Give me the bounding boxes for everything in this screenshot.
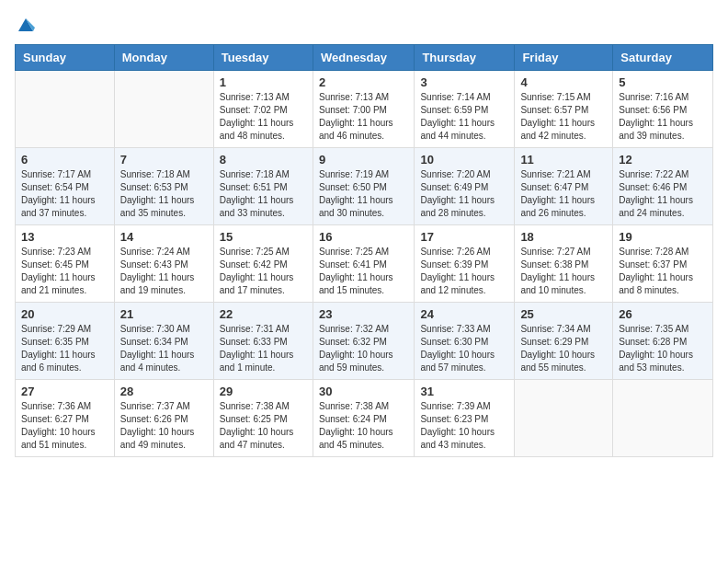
calendar-week-row: 13Sunrise: 7:23 AM Sunset: 6:45 PM Dayli… xyxy=(16,225,713,303)
cell-info: Sunrise: 7:14 AM Sunset: 6:59 PM Dayligh… xyxy=(420,91,508,143)
day-number: 13 xyxy=(21,230,108,244)
calendar-cell xyxy=(515,380,613,457)
cell-info: Sunrise: 7:24 AM Sunset: 6:43 PM Dayligh… xyxy=(120,246,208,297)
cell-info: Sunrise: 7:16 AM Sunset: 6:56 PM Dayligh… xyxy=(619,91,707,143)
cell-info: Sunrise: 7:21 AM Sunset: 6:47 PM Dayligh… xyxy=(520,168,607,220)
cell-info: Sunrise: 7:29 AM Sunset: 6:35 PM Dayligh… xyxy=(21,323,108,374)
calendar-table: SundayMondayTuesdayWednesdayThursdayFrid… xyxy=(15,44,713,457)
day-number: 22 xyxy=(220,307,307,321)
day-header-monday: Monday xyxy=(114,45,213,71)
cell-info: Sunrise: 7:13 AM Sunset: 7:02 PM Dayligh… xyxy=(220,91,307,143)
calendar-cell: 1Sunrise: 7:13 AM Sunset: 7:02 PM Daylig… xyxy=(213,71,313,148)
cell-info: Sunrise: 7:31 AM Sunset: 6:33 PM Dayligh… xyxy=(220,323,307,374)
day-number: 2 xyxy=(319,75,408,89)
cell-info: Sunrise: 7:25 AM Sunset: 6:42 PM Dayligh… xyxy=(220,246,307,297)
day-number: 29 xyxy=(220,385,307,398)
calendar-cell: 18Sunrise: 7:27 AM Sunset: 6:38 PM Dayli… xyxy=(515,225,613,303)
day-number: 21 xyxy=(120,307,208,321)
cell-info: Sunrise: 7:20 AM Sunset: 6:49 PM Dayligh… xyxy=(420,168,508,220)
day-number: 7 xyxy=(120,153,208,167)
calendar-cell: 19Sunrise: 7:28 AM Sunset: 6:37 PM Dayli… xyxy=(613,225,713,303)
calendar-cell: 4Sunrise: 7:15 AM Sunset: 6:57 PM Daylig… xyxy=(515,71,613,148)
day-number: 18 xyxy=(520,230,607,244)
day-number: 24 xyxy=(420,307,508,321)
calendar-cell: 31Sunrise: 7:39 AM Sunset: 6:23 PM Dayli… xyxy=(415,380,515,457)
cell-info: Sunrise: 7:30 AM Sunset: 6:34 PM Dayligh… xyxy=(120,323,208,374)
calendar-cell: 23Sunrise: 7:32 AM Sunset: 6:32 PM Dayli… xyxy=(313,303,414,380)
calendar-week-row: 6Sunrise: 7:17 AM Sunset: 6:54 PM Daylig… xyxy=(16,148,713,225)
day-header-thursday: Thursday xyxy=(415,45,515,71)
cell-info: Sunrise: 7:34 AM Sunset: 6:29 PM Dayligh… xyxy=(520,323,607,374)
calendar-cell: 2Sunrise: 7:13 AM Sunset: 7:00 PM Daylig… xyxy=(313,71,414,148)
calendar-cell: 13Sunrise: 7:23 AM Sunset: 6:45 PM Dayli… xyxy=(16,225,115,303)
calendar-cell: 14Sunrise: 7:24 AM Sunset: 6:43 PM Dayli… xyxy=(114,225,213,303)
day-number: 6 xyxy=(21,153,108,167)
day-number: 8 xyxy=(220,153,307,167)
day-number: 11 xyxy=(520,153,607,167)
calendar-cell: 22Sunrise: 7:31 AM Sunset: 6:33 PM Dayli… xyxy=(213,303,313,380)
calendar-cell: 29Sunrise: 7:38 AM Sunset: 6:25 PM Dayli… xyxy=(213,380,313,457)
cell-info: Sunrise: 7:36 AM Sunset: 6:27 PM Dayligh… xyxy=(21,400,108,452)
day-number: 26 xyxy=(619,307,707,321)
day-number: 12 xyxy=(619,153,707,167)
calendar-cell: 25Sunrise: 7:34 AM Sunset: 6:29 PM Dayli… xyxy=(515,303,613,380)
day-header-tuesday: Tuesday xyxy=(213,45,313,71)
calendar-header-row: SundayMondayTuesdayWednesdayThursdayFrid… xyxy=(16,45,713,71)
day-number: 10 xyxy=(420,153,508,167)
day-number: 16 xyxy=(319,230,408,244)
day-number: 20 xyxy=(21,307,108,321)
day-header-sunday: Sunday xyxy=(16,45,115,71)
day-number: 14 xyxy=(120,230,208,244)
calendar-cell: 6Sunrise: 7:17 AM Sunset: 6:54 PM Daylig… xyxy=(16,148,115,225)
calendar-cell: 3Sunrise: 7:14 AM Sunset: 6:59 PM Daylig… xyxy=(415,71,515,148)
cell-info: Sunrise: 7:15 AM Sunset: 6:57 PM Dayligh… xyxy=(520,91,607,143)
calendar-week-row: 27Sunrise: 7:36 AM Sunset: 6:27 PM Dayli… xyxy=(16,380,713,457)
day-number: 31 xyxy=(420,385,508,398)
calendar-cell: 10Sunrise: 7:20 AM Sunset: 6:49 PM Dayli… xyxy=(415,148,515,225)
calendar-cell: 21Sunrise: 7:30 AM Sunset: 6:34 PM Dayli… xyxy=(114,303,213,380)
cell-info: Sunrise: 7:27 AM Sunset: 6:38 PM Dayligh… xyxy=(520,246,607,297)
day-header-wednesday: Wednesday xyxy=(313,45,414,71)
cell-info: Sunrise: 7:17 AM Sunset: 6:54 PM Dayligh… xyxy=(21,168,108,220)
cell-info: Sunrise: 7:25 AM Sunset: 6:41 PM Dayligh… xyxy=(319,246,408,297)
calendar-cell: 16Sunrise: 7:25 AM Sunset: 6:41 PM Dayli… xyxy=(313,225,414,303)
cell-info: Sunrise: 7:13 AM Sunset: 7:00 PM Dayligh… xyxy=(319,91,408,143)
day-number: 17 xyxy=(420,230,508,244)
logo-icon xyxy=(17,15,35,33)
calendar-cell: 12Sunrise: 7:22 AM Sunset: 6:46 PM Dayli… xyxy=(613,148,713,225)
cell-info: Sunrise: 7:18 AM Sunset: 6:51 PM Dayligh… xyxy=(220,168,307,220)
day-number: 5 xyxy=(619,75,707,89)
day-number: 30 xyxy=(319,385,408,398)
day-header-friday: Friday xyxy=(515,45,613,71)
day-header-saturday: Saturday xyxy=(613,45,713,71)
calendar-cell: 24Sunrise: 7:33 AM Sunset: 6:30 PM Dayli… xyxy=(415,303,515,380)
day-number: 25 xyxy=(520,307,607,321)
cell-info: Sunrise: 7:38 AM Sunset: 6:25 PM Dayligh… xyxy=(220,400,307,452)
day-number: 23 xyxy=(319,307,408,321)
cell-info: Sunrise: 7:22 AM Sunset: 6:46 PM Dayligh… xyxy=(619,168,707,220)
calendar-cell: 7Sunrise: 7:18 AM Sunset: 6:53 PM Daylig… xyxy=(114,148,213,225)
calendar-week-row: 20Sunrise: 7:29 AM Sunset: 6:35 PM Dayli… xyxy=(16,303,713,380)
logo xyxy=(15,15,35,33)
calendar-cell: 8Sunrise: 7:18 AM Sunset: 6:51 PM Daylig… xyxy=(213,148,313,225)
cell-info: Sunrise: 7:19 AM Sunset: 6:50 PM Dayligh… xyxy=(319,168,408,220)
calendar-cell: 28Sunrise: 7:37 AM Sunset: 6:26 PM Dayli… xyxy=(114,380,213,457)
day-number: 28 xyxy=(120,385,208,398)
cell-info: Sunrise: 7:37 AM Sunset: 6:26 PM Dayligh… xyxy=(120,400,208,452)
calendar-cell xyxy=(613,380,713,457)
day-number: 3 xyxy=(420,75,508,89)
cell-info: Sunrise: 7:23 AM Sunset: 6:45 PM Dayligh… xyxy=(21,246,108,297)
calendar-cell: 20Sunrise: 7:29 AM Sunset: 6:35 PM Dayli… xyxy=(16,303,115,380)
cell-info: Sunrise: 7:38 AM Sunset: 6:24 PM Dayligh… xyxy=(319,400,408,452)
calendar-cell: 11Sunrise: 7:21 AM Sunset: 6:47 PM Dayli… xyxy=(515,148,613,225)
calendar-cell xyxy=(114,71,213,148)
page-header xyxy=(15,15,713,33)
cell-info: Sunrise: 7:33 AM Sunset: 6:30 PM Dayligh… xyxy=(420,323,508,374)
calendar-cell: 5Sunrise: 7:16 AM Sunset: 6:56 PM Daylig… xyxy=(613,71,713,148)
calendar-cell: 9Sunrise: 7:19 AM Sunset: 6:50 PM Daylig… xyxy=(313,148,414,225)
calendar-cell: 17Sunrise: 7:26 AM Sunset: 6:39 PM Dayli… xyxy=(415,225,515,303)
cell-info: Sunrise: 7:32 AM Sunset: 6:32 PM Dayligh… xyxy=(319,323,408,374)
calendar-cell xyxy=(16,71,115,148)
cell-info: Sunrise: 7:26 AM Sunset: 6:39 PM Dayligh… xyxy=(420,246,508,297)
day-number: 9 xyxy=(319,153,408,167)
